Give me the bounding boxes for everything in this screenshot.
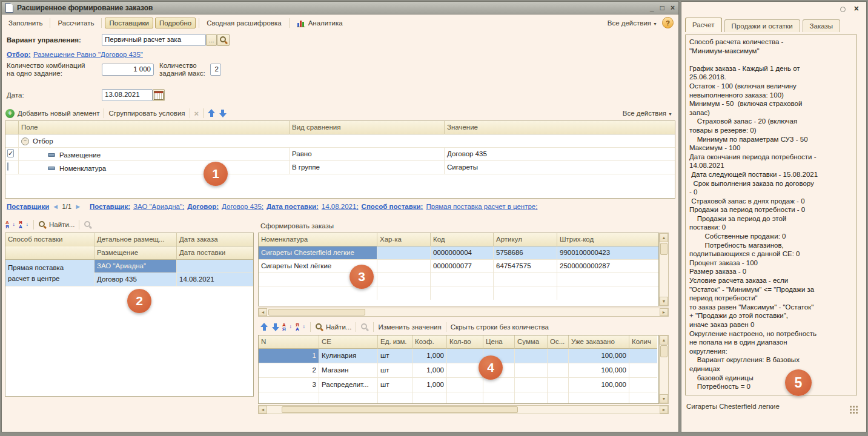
contract-label[interactable]: Договор: (187, 203, 219, 210)
scroll-up-icon[interactable]: ▲ (660, 335, 668, 345)
fill-button[interactable]: Заполнить (4, 18, 47, 28)
sort-asc-icon[interactable]: АЯ↓ (282, 323, 293, 332)
filter-row[interactable]: Номенклатура В группе Сигареты (5, 161, 675, 174)
supplier-row[interactable]: Прямая поставкарасчет в центре ЗАО "Ариа… (5, 260, 253, 286)
find-button[interactable]: Найти... (315, 323, 351, 331)
date-calendar-button[interactable] (153, 89, 165, 101)
column-detail-placement[interactable]: Детальное размещ... (94, 233, 177, 246)
scroll-left-icon[interactable]: ◄ (259, 406, 267, 414)
column-characteristic[interactable]: Хар-ка (377, 233, 431, 246)
filter-link[interactable]: Размещение Равно "Договор 435" (33, 51, 143, 58)
details-button[interactable]: Подробно (155, 18, 196, 28)
nomenclature-row[interactable]: Сигареты Next лёгкие 0000000077 64754757… (259, 260, 658, 273)
scroll-thumb[interactable] (660, 243, 668, 255)
edit-values-button[interactable]: Изменить значения (378, 323, 441, 331)
find-button[interactable]: Найти... (38, 220, 75, 229)
scroll-thumb[interactable] (282, 406, 518, 413)
column-value[interactable]: Значение (445, 121, 675, 134)
filter-label[interactable]: Отбор: (7, 51, 31, 58)
group-conditions-button[interactable]: Сгруппировать условия (108, 110, 185, 117)
tab-calculation[interactable]: Расчет (685, 18, 722, 32)
maximize-button[interactable]: □ (660, 4, 664, 12)
resize-grip[interactable] (849, 405, 859, 414)
qty-row[interactable]: 2 Магазин шт 1,000 100,000 (259, 363, 658, 378)
calculate-button[interactable]: Рассчитать (53, 18, 98, 28)
column-placement[interactable]: Размещение (94, 246, 177, 260)
add-element-button[interactable]: + Добавить новый элемент (5, 109, 99, 118)
delivery-method-label[interactable]: Способ поставки: (362, 203, 423, 210)
variant-input[interactable]: Первичный расчет зака (102, 34, 206, 46)
column-barcode[interactable]: Штрих-код (557, 233, 658, 246)
prev-page-icon[interactable]: ◄ (52, 203, 59, 210)
column-price[interactable]: Цена (483, 335, 515, 349)
column-qty[interactable]: Кол-во (447, 335, 483, 349)
date-input[interactable]: 13.08.2021 (102, 89, 153, 101)
filter-all-actions-button[interactable]: Все действия▼ (623, 110, 672, 117)
column-sum[interactable]: Сумма (515, 335, 548, 349)
column-unit[interactable]: Ед. изм. (378, 335, 412, 349)
filter-group-row[interactable]: − Отбор (5, 134, 675, 148)
column-delivery-method[interactable]: Способ поставки (5, 233, 94, 246)
column-last[interactable]: Колич (629, 335, 657, 349)
suppliers-link[interactable]: Поставщики (7, 203, 49, 210)
contract-value[interactable]: Договор 435; (222, 203, 263, 210)
delivery-date-value[interactable]: 14.08.2021; (322, 203, 359, 210)
supplier-value[interactable]: ЗАО "Ариадна"; (133, 203, 184, 210)
help-button[interactable]: ? (662, 17, 674, 28)
delivery-date-label[interactable]: Дата поставки: (267, 203, 319, 210)
minimize-button[interactable]: _ (650, 4, 654, 12)
supplier-label[interactable]: Поставщик: (90, 203, 130, 210)
panel-close-button[interactable]: × (854, 4, 859, 13)
scroll-thumb[interactable] (660, 345, 668, 357)
next-page-icon[interactable]: ► (75, 203, 81, 210)
scroll-down-icon[interactable]: ▼ (660, 394, 668, 403)
close-button[interactable]: × (671, 4, 675, 12)
delete-icon[interactable]: × (194, 110, 199, 117)
pin-icon[interactable] (840, 7, 846, 12)
column-ordered[interactable]: Уже заказано (569, 335, 629, 349)
suppliers-button[interactable]: Поставщики (105, 18, 153, 28)
move-up-button[interactable] (208, 109, 216, 117)
scroll-right-icon[interactable]: ► (660, 308, 668, 316)
analytics-button[interactable]: Аналитика (293, 17, 347, 29)
scroll-down-icon[interactable]: ▼ (660, 297, 668, 306)
placement-cell[interactable]: ЗАО "Ариадна" (94, 260, 177, 273)
column-order-date[interactable]: Дата заказа (177, 233, 253, 246)
scroll-right-icon[interactable]: ► (660, 406, 668, 414)
checkbox-unchecked[interactable] (7, 162, 8, 171)
vertical-scrollbar[interactable]: ▲ ▼ (659, 335, 669, 404)
nomenclature-row[interactable]: Сигареты Chesterfield легкие 0000000004 … (259, 246, 658, 260)
column-nomenclature[interactable]: Номенклатура (259, 233, 377, 246)
column-coef[interactable]: Коэф. (412, 335, 447, 349)
column-field[interactable]: Поле (19, 121, 290, 134)
qty-row[interactable]: 3 Распределит... шт 1,000 100,000 (259, 378, 658, 392)
checkbox-checked[interactable]: ✓ (7, 149, 14, 157)
all-actions-button[interactable]: Все действия▼ (608, 19, 657, 27)
scroll-up-icon[interactable]: ▲ (660, 233, 668, 242)
variant-open-button[interactable] (217, 34, 230, 46)
horizontal-scrollbar[interactable]: ◄ ► (258, 308, 669, 317)
move-down-button[interactable] (271, 323, 279, 331)
collapse-icon[interactable]: − (21, 137, 29, 145)
qty-row[interactable]: 1 Кулинария шт 1,000 100,000 (259, 349, 658, 363)
column-delivery-date[interactable]: Дата поставки (177, 246, 253, 260)
filter-row[interactable]: ✓ Размещение Равно Договор 435 (5, 148, 675, 161)
hide-rows-button[interactable]: Скрыть строки без количества (451, 323, 549, 331)
column-code[interactable]: Код (431, 233, 494, 246)
move-up-button[interactable] (260, 323, 268, 331)
scroll-thumb[interactable] (268, 309, 365, 315)
scroll-left-icon[interactable]: ◄ (259, 308, 267, 316)
tab-orders[interactable]: Заказы (803, 19, 840, 32)
sort-asc-icon[interactable]: АЯ↓ (5, 220, 16, 230)
tasks-input[interactable]: 2 (210, 64, 221, 76)
column-comparison[interactable]: Вид сравнения (290, 121, 445, 134)
vertical-scrollbar[interactable]: ▲ ▼ (659, 233, 669, 306)
move-down-button[interactable] (219, 109, 227, 117)
variant-select-button[interactable]: ... (206, 34, 217, 46)
delivery-method-value[interactable]: Прямая поставка расчет в центре; (426, 203, 537, 210)
horizontal-scrollbar[interactable]: ◄ ► (258, 405, 669, 414)
combinations-input[interactable]: 1 000 (102, 64, 154, 76)
column-n[interactable]: N (259, 335, 319, 349)
summary-button[interactable]: Сводная расшифровка (202, 18, 286, 28)
column-article[interactable]: Артикул (494, 233, 557, 246)
